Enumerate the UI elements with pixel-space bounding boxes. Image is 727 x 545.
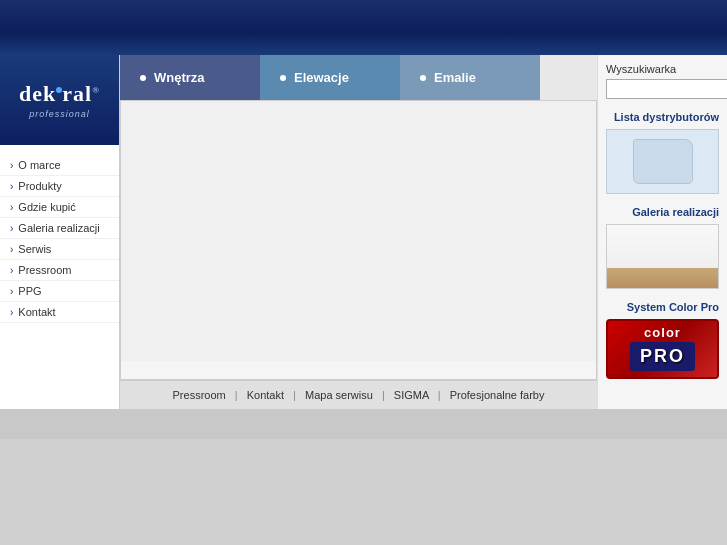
search-section: Wyszukiwarka » <box>606 63 719 99</box>
tab-emalie[interactable]: Emalie <box>400 55 540 100</box>
footer-links: Pressroom | Kontakt | Mapa serwisu | SIG… <box>120 380 597 409</box>
color-pro-title: System Color Pro <box>606 301 719 313</box>
color-text: color <box>644 325 681 340</box>
gallery-floor <box>607 268 718 288</box>
footer-link-pressroom[interactable]: Pressroom <box>173 389 226 401</box>
nav-arrow: › <box>10 265 13 276</box>
logo-professional: professional <box>19 109 100 119</box>
logo-dekoral: dekral® <box>19 81 100 107</box>
bottom-bar <box>0 409 727 439</box>
nav-item-pressroom[interactable]: › Pressroom <box>0 260 119 281</box>
logo-area: dekral® professional <box>0 55 119 145</box>
nav-arrow: › <box>10 244 13 255</box>
gallery-thumbnail[interactable] <box>606 224 719 289</box>
nav-arrow: › <box>10 160 13 171</box>
nav-arrow: › <box>10 181 13 192</box>
content-area: Wnętrza Elewacje Emalie Pressroom | Kont… <box>120 55 597 409</box>
distributors-section: Lista dystrybutorów <box>606 111 719 194</box>
nav-arrow: › <box>10 286 13 297</box>
tab-dot <box>140 75 146 81</box>
nav-arrow: › <box>10 223 13 234</box>
nav-item-o-marce[interactable]: › O marce <box>0 155 119 176</box>
poland-shape-icon <box>633 139 693 184</box>
footer-link-sigma[interactable]: SIGMA <box>394 389 429 401</box>
main-wrapper: dekral® professional › O marce › Produkt… <box>0 55 727 409</box>
content-inner <box>121 101 596 361</box>
nav-item-kontakt[interactable]: › Kontakt <box>0 302 119 323</box>
logo-dot <box>56 87 62 93</box>
tab-dot <box>420 75 426 81</box>
pro-inner: PRO <box>630 342 695 371</box>
footer-link-mapa-serwisu[interactable]: Mapa serwisu <box>305 389 373 401</box>
poland-map[interactable] <box>606 129 719 194</box>
nav-arrow: › <box>10 202 13 213</box>
search-label: Wyszukiwarka <box>606 63 719 75</box>
logo: dekral® professional <box>19 81 100 119</box>
distributors-title: Lista dystrybutorów <box>606 111 719 123</box>
nav-arrow: › <box>10 307 13 318</box>
tab-wnetrza[interactable]: Wnętrza <box>120 55 260 100</box>
top-banner <box>0 0 727 55</box>
gallery-title: Galeria realizacji <box>606 206 719 218</box>
tab-dot <box>280 75 286 81</box>
tab-elewacje[interactable]: Elewacje <box>260 55 400 100</box>
nav-item-serwis[interactable]: › Serwis <box>0 239 119 260</box>
sidebar: dekral® professional › O marce › Produkt… <box>0 55 120 409</box>
gallery-section: Galeria realizacji <box>606 206 719 289</box>
nav-item-produkty[interactable]: › Produkty <box>0 176 119 197</box>
pro-text: PRO <box>640 346 685 366</box>
footer-link-kontakt[interactable]: Kontakt <box>247 389 284 401</box>
color-pro-logo[interactable]: color PRO <box>606 319 719 379</box>
main-content <box>120 100 597 380</box>
nav-item-ppg[interactable]: › PPG <box>0 281 119 302</box>
color-pro-section: System Color Pro color PRO <box>606 301 719 379</box>
right-panel: Wyszukiwarka » Lista dystrybutorów Galer… <box>597 55 727 409</box>
nav-menu: › O marce › Produkty › Gdzie kupić › Gal… <box>0 145 119 333</box>
footer-link-profesjonalne-farby[interactable]: Profesjonalne farby <box>450 389 545 401</box>
top-nav: Wnętrza Elewacje Emalie <box>120 55 597 100</box>
search-row: » <box>606 79 719 99</box>
nav-item-galeria-realizacji[interactable]: › Galeria realizacji <box>0 218 119 239</box>
search-input[interactable] <box>606 79 727 99</box>
nav-item-gdzie-kupic[interactable]: › Gdzie kupić <box>0 197 119 218</box>
